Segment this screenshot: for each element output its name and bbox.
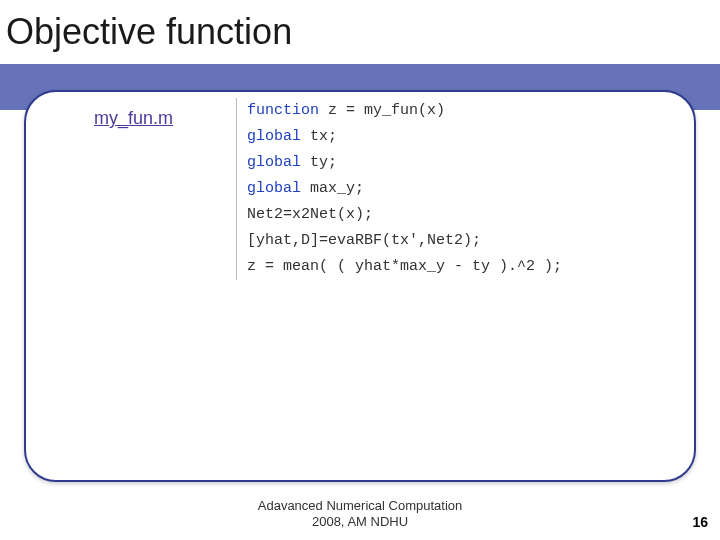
code-block: function z = my_fun(x) global tx; global… bbox=[236, 98, 596, 280]
footer: Adavanced Numerical Computation 2008, AM… bbox=[0, 498, 720, 531]
title-area: Objective function bbox=[0, 0, 720, 64]
code-line: [yhat,D]=evaRBF(tx',Net2); bbox=[247, 228, 596, 254]
footer-line-1: Adavanced Numerical Computation bbox=[258, 498, 463, 513]
page-number: 16 bbox=[692, 514, 708, 530]
code-line: z = mean( ( yhat*max_y - ty ).^2 ); bbox=[247, 254, 596, 280]
code-line: Net2=x2Net(x); bbox=[247, 202, 596, 228]
code-line: function z = my_fun(x) bbox=[247, 98, 596, 124]
footer-line-2: 2008, AM NDHU bbox=[312, 514, 408, 529]
page-title: Objective function bbox=[6, 11, 292, 53]
slide-root: Objective function my_fun.m function z =… bbox=[0, 0, 720, 540]
code-line: global max_y; bbox=[247, 176, 596, 202]
content-panel: my_fun.m function z = my_fun(x) global t… bbox=[24, 90, 696, 482]
source-file-link[interactable]: my_fun.m bbox=[94, 108, 173, 129]
code-line: global tx; bbox=[247, 124, 596, 150]
code-line: global ty; bbox=[247, 150, 596, 176]
